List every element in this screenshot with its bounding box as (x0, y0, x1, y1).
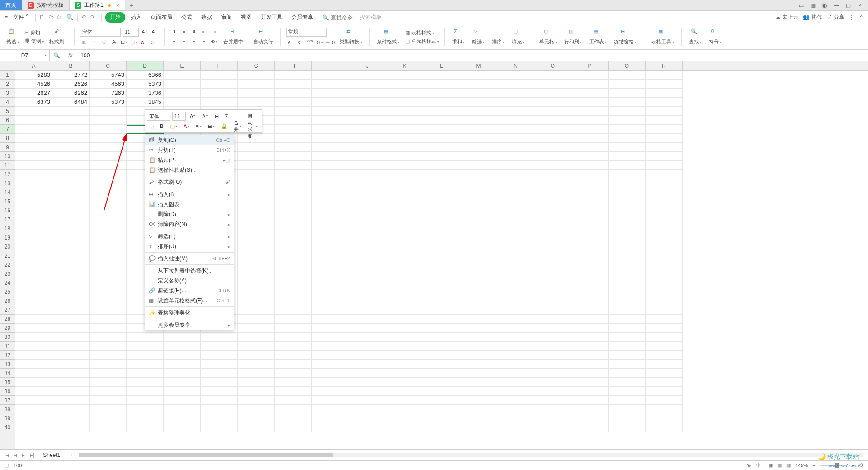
cell-G23[interactable] (238, 269, 275, 278)
cell-C36[interactable] (90, 387, 127, 396)
cell-Q23[interactable] (609, 269, 646, 278)
cell-M8[interactable] (460, 134, 497, 143)
paste-options-icon[interactable]: ▸▢ (223, 157, 230, 163)
cell-B28[interactable] (52, 315, 90, 324)
cell-M10[interactable] (460, 152, 497, 161)
cell-O29[interactable] (534, 324, 571, 333)
cell-R3[interactable] (646, 89, 683, 98)
row-header-39[interactable]: 39 (0, 414, 15, 423)
cell-O18[interactable] (534, 224, 571, 233)
cell-B11[interactable] (52, 161, 90, 170)
cell-D3[interactable]: 3736 (127, 89, 164, 98)
cell-A15[interactable] (15, 197, 52, 206)
cell-E34[interactable] (164, 369, 201, 378)
cell-B34[interactable] (52, 369, 90, 378)
cut-button[interactable]: 剪切 (30, 29, 40, 36)
ctx-paste[interactable]: 📋粘贴(P)▸▢ (145, 155, 234, 165)
cell-N27[interactable] (497, 306, 534, 315)
ctx-format-painter[interactable]: 🖌格式刷(O)🖌 (145, 177, 234, 187)
cell-R4[interactable] (646, 98, 683, 107)
cell-O6[interactable] (534, 116, 571, 125)
cell-Q17[interactable] (609, 215, 646, 224)
cell-D37[interactable] (127, 396, 164, 405)
cell-N7[interactable] (497, 125, 534, 134)
cell-R29[interactable] (646, 324, 683, 333)
cell-H2[interactable] (275, 80, 312, 89)
cell-H37[interactable] (275, 396, 312, 405)
col-header-L[interactable]: L (423, 61, 460, 70)
cell-J10[interactable] (349, 152, 386, 161)
cell-K40[interactable] (386, 423, 423, 432)
cell-Q10[interactable] (609, 152, 646, 161)
cell-M38[interactable] (460, 405, 497, 414)
cell-M23[interactable] (460, 269, 497, 278)
cell-F37[interactable] (201, 396, 238, 405)
cell-D39[interactable] (127, 414, 164, 423)
cell-L3[interactable] (423, 89, 460, 98)
row-header-17[interactable]: 17 (0, 215, 15, 224)
cell-H36[interactable] (275, 387, 312, 396)
cell-F1[interactable] (201, 70, 238, 80)
cell-N4[interactable] (497, 98, 534, 107)
cell-H3[interactable] (275, 89, 312, 98)
cell-P7[interactable] (571, 125, 609, 134)
align-middle-icon[interactable]: ≡ (180, 28, 188, 36)
cell-G10[interactable] (238, 152, 275, 161)
cell-C31[interactable] (90, 342, 127, 351)
cell-N33[interactable] (497, 360, 534, 369)
cell-Q28[interactable] (609, 315, 646, 324)
cell-G14[interactable] (238, 188, 275, 197)
cell-B40[interactable] (52, 423, 90, 432)
cell-R27[interactable] (646, 306, 683, 315)
cell-G9[interactable] (238, 143, 275, 152)
cell-M32[interactable] (460, 351, 497, 360)
cell-H18[interactable] (275, 224, 312, 233)
zoom-out-icon[interactable]: − (812, 463, 815, 468)
cell-B26[interactable] (52, 296, 90, 306)
cell-O9[interactable] (534, 143, 571, 152)
cell-O11[interactable] (534, 161, 571, 170)
cell-L28[interactable] (423, 315, 460, 324)
cell-D1[interactable]: 6366 (127, 70, 164, 80)
cell-P18[interactable] (571, 224, 609, 233)
underline-icon[interactable]: U (100, 38, 108, 47)
cell-P6[interactable] (571, 116, 609, 125)
cell-M28[interactable] (460, 315, 497, 324)
cell-Q36[interactable] (609, 387, 646, 396)
cell-G35[interactable] (238, 378, 275, 387)
cell-P12[interactable] (571, 170, 609, 179)
cell-D30[interactable] (127, 333, 164, 342)
cell-P23[interactable] (571, 269, 609, 278)
mini-select-icon[interactable]: ⬚ (147, 122, 156, 131)
cell-A7[interactable] (15, 125, 52, 134)
cell-K10[interactable] (386, 152, 423, 161)
border-icon[interactable]: ⊞ (120, 38, 128, 47)
cell-O35[interactable] (534, 378, 571, 387)
cell-C28[interactable] (90, 315, 127, 324)
cell-C33[interactable] (90, 360, 127, 369)
cell-G15[interactable] (238, 197, 275, 206)
cell-A3[interactable]: 2627 (15, 89, 52, 98)
filter-button[interactable]: ▽筛选 (470, 28, 486, 45)
cell-N29[interactable] (497, 324, 534, 333)
cell-K5[interactable] (386, 107, 423, 116)
cell-M25[interactable] (460, 287, 497, 296)
row-header-12[interactable]: 12 (0, 170, 15, 179)
cell-L16[interactable] (423, 206, 460, 215)
cell-J33[interactable] (349, 360, 386, 369)
tab-template[interactable]: D 找稻壳模板 (22, 0, 70, 10)
cell-Q12[interactable] (609, 170, 646, 179)
collaborate-button[interactable]: 👥 协作 (803, 14, 822, 21)
cell-D34[interactable] (127, 369, 164, 378)
cell-E37[interactable] (164, 396, 201, 405)
mini-font-select[interactable]: 宋体 (147, 112, 170, 121)
orientation-icon[interactable]: ⟲ (210, 38, 218, 46)
col-header-J[interactable]: J (349, 61, 386, 70)
cell-M22[interactable] (460, 260, 497, 269)
cell-J8[interactable] (349, 134, 386, 143)
cell-B37[interactable] (52, 396, 90, 405)
cell-P31[interactable] (571, 342, 609, 351)
cell-I40[interactable] (312, 423, 349, 432)
cell-J36[interactable] (349, 387, 386, 396)
col-header-G[interactable]: G (238, 61, 275, 70)
